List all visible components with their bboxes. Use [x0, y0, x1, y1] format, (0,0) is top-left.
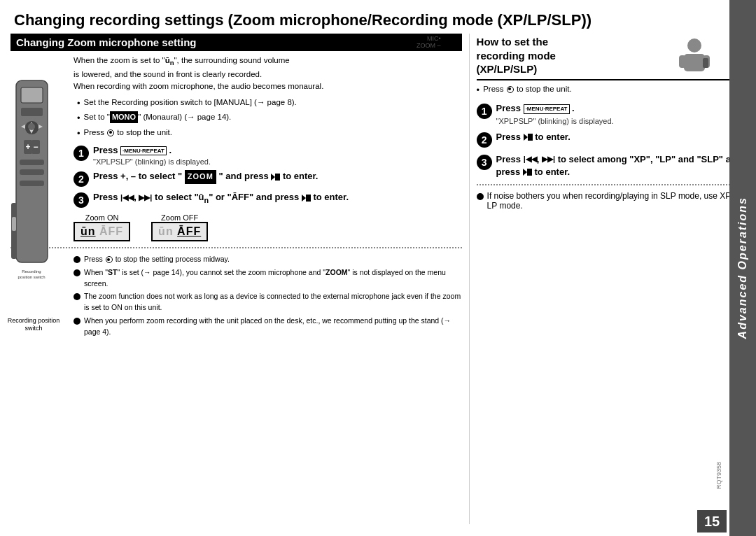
device-image: + − Recording position switch Recording … [6, 77, 62, 332]
zoom-text-icon: ZOOM [185, 170, 216, 183]
right-step-3-content: Press |◀◀, ▶▶| to select among "XP", "LP… [496, 153, 752, 178]
right-note-1: If noise bothers you when recording/play… [477, 191, 752, 211]
stop-icon-bullet [107, 129, 114, 136]
zoom-on-item: Zoom ON ūn ĀFF [74, 212, 130, 241]
bottom-notes: Press to stop the setting process midway… [74, 254, 462, 337]
svg-point-20 [687, 38, 701, 52]
svg-text:position switch: position switch [18, 275, 45, 279]
page-container: Changing recording settings (Zoom microp… [0, 0, 756, 536]
svg-rect-13 [20, 160, 44, 165]
step-1-text: Press ·MENU·REPEAT . [93, 144, 211, 157]
note-text-4: When you perform zoom recording with the… [84, 316, 462, 338]
menu-repeat-icon-1: ·MENU·REPEAT [120, 146, 167, 155]
note-4: When you perform zoom recording with the… [74, 316, 462, 338]
bullet-item-2: • Set to "MONO" (Monaural) (→ page 14). [77, 111, 462, 125]
right-note-bullet [477, 193, 484, 200]
note-text-2: When "ST" is set (→ page 14), you cannot… [84, 267, 462, 290]
dotted-separator [10, 247, 462, 248]
intro-line-3: When recording with zoom microphone, the… [74, 80, 462, 92]
bullet-dot: • [77, 97, 80, 111]
step-1: 1 Press ·MENU·REPEAT . "XPLPSLP" (blinki… [74, 144, 462, 166]
bullet-text-1: Set the Recording position switch to [MA… [84, 97, 297, 108]
bullet-dot-3: • [77, 127, 80, 141]
step-num-2: 2 [74, 171, 89, 187]
svg-rect-14 [20, 169, 44, 175]
zoom-off-char: ĀFF [177, 225, 201, 237]
step-num-1: 1 [74, 146, 89, 161]
fwd-icon-right: ▶▶| [542, 154, 555, 164]
bullet-list: • Set the Recording position switch to [… [77, 97, 462, 141]
svg-rect-24 [703, 58, 708, 68]
right-bottom-notes: If noise bothers you when recording/play… [477, 191, 752, 211]
intro-text: When the zoom is set to "ūn", the surrou… [74, 55, 462, 92]
sidebar-text: Advanced Operations [736, 197, 749, 339]
step-2-content: Press +, – to select " ZOOM " and press … [93, 170, 318, 183]
right-step-3-text: Press |◀◀, ▶▶| to select among "XP", "LP… [496, 153, 752, 178]
zoom-off-box: ūn ĀFF [151, 222, 208, 241]
zoom-on-label: Zoom ON [85, 213, 119, 222]
step-2-text: Press +, – to select " ZOOM " and press … [93, 170, 318, 183]
mic-zoom-label: MIC• ZOOM – [416, 35, 441, 49]
left-section-header: Changing Zoom microphone setting [10, 34, 462, 51]
person-icon-area [672, 37, 718, 79]
zoom-off-on-char: ūn [158, 225, 174, 237]
rew-icon-right: |◀◀ [524, 154, 537, 164]
svg-rect-1 [21, 87, 43, 103]
play-stop-icon [271, 174, 280, 181]
svg-rect-15 [20, 181, 44, 186]
mono-icon: MONO [110, 111, 138, 123]
right-step-num-1: 1 [477, 104, 492, 119]
sidebar: Advanced Operations [729, 0, 756, 536]
step-3-content: Press |◀◀, ▶▶| to select "ūn" or "ĀFF" a… [93, 191, 349, 206]
bullet-item-1: • Set the Recording position switch to [… [77, 97, 462, 111]
intro-line-1: When the zoom is set to "ūn", the surrou… [74, 55, 462, 69]
step-3-text: Press |◀◀, ▶▶| to select "ūn" or "ĀFF" a… [93, 191, 349, 206]
svg-text:Recording: Recording [22, 269, 41, 274]
right-bullet: • Press to stop the unit. [477, 83, 752, 97]
note-2: When "ST" is set (→ page 14), you cannot… [74, 267, 462, 290]
stop-sq-right [528, 134, 533, 141]
svg-rect-21 [684, 54, 705, 71]
svg-point-8 [28, 123, 35, 130]
step-num-3: 3 [74, 192, 89, 208]
right-step-1: 1 Press ·MENU·REPEAT . "XPLPSLP" (blinki… [477, 102, 752, 125]
bullet-dot-2: • [77, 111, 80, 125]
right-note-text: If noise bothers you when recording/play… [487, 191, 752, 211]
note-3: The zoom function does not work as long … [74, 291, 462, 313]
note-bullet-3 [74, 293, 80, 300]
svg-rect-2 [21, 108, 43, 116]
intro-line-2: is lowered, and the sound in front is cl… [74, 69, 462, 80]
note-1: Press to stop the setting process midway… [74, 254, 462, 265]
zoom-off-item: Zoom OFF ūn ĀFF [151, 212, 208, 241]
stop-sq-icon-2 [306, 195, 311, 202]
right-bullet-text: Press to stop the unit. [483, 83, 571, 95]
right-step-1-sub: "XPLPSLP" (blinking) is displayed. [496, 117, 614, 125]
note-bullet-2 [74, 269, 80, 276]
stop-sq-icon [275, 174, 280, 181]
step-1-sub: "XPLPSLP" (blinking) is displayed. [93, 157, 211, 166]
stop-icon-right [507, 86, 514, 93]
stop-icon-note1 [106, 256, 113, 263]
right-step-2-content: Press to enter. [496, 131, 570, 143]
svg-rect-22 [679, 55, 686, 68]
play-stop-icon-2 [302, 195, 311, 202]
right-step-1-text: Press ·MENU·REPEAT . [496, 102, 614, 115]
note-bullet-1 [74, 256, 80, 263]
zoom-label-indicator: ZOOM – [416, 42, 441, 49]
right-step-2: 2 Press to enter. [477, 131, 752, 148]
page-badge: 15 [697, 510, 727, 533]
rqt-number: RQT9358 [715, 462, 722, 489]
zoom-off-label: Zoom OFF [161, 213, 198, 222]
device-svg: + − Recording position switch [6, 77, 58, 315]
right-step-num-2: 2 [477, 132, 492, 148]
fwd-icon: ▶▶| [139, 192, 152, 203]
zoom-on-off-char: ĀFF [99, 225, 123, 237]
content-wrapper: Changing Zoom microphone setting [0, 34, 756, 524]
bullet-item-3: • Press to stop the unit. [77, 127, 462, 141]
right-dotted-sep [477, 184, 752, 185]
main-title: Changing recording settings (Zoom microp… [0, 7, 756, 34]
svg-rect-17 [12, 217, 16, 231]
note-bullet-4 [74, 318, 80, 325]
rew-icon: |◀◀ [120, 192, 134, 203]
play-stop-icon-right-3 [523, 169, 532, 176]
